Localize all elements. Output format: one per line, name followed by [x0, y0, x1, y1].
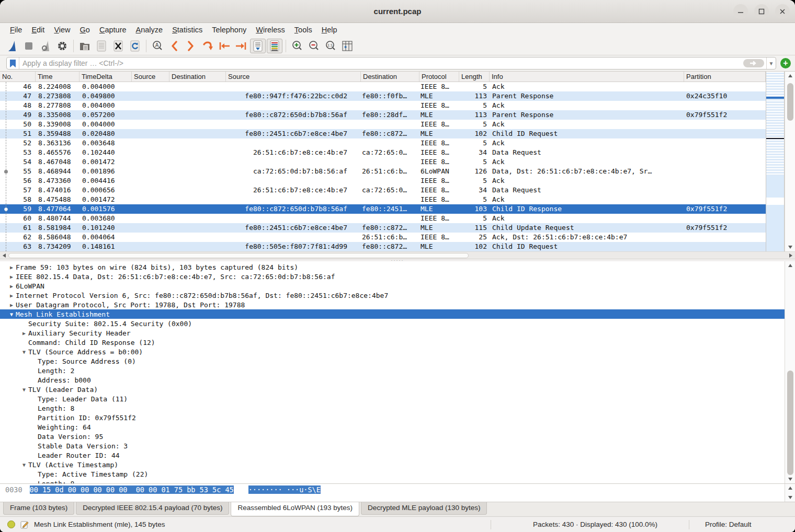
menu-tools[interactable]: Tools [290, 25, 317, 35]
minimize-button[interactable] [733, 4, 748, 19]
go-forward-icon[interactable] [183, 39, 199, 53]
expander-open-icon[interactable]: ▼ [20, 462, 28, 468]
restart-capture-icon[interactable] [38, 39, 53, 53]
status-profile[interactable]: Profile: Default [689, 521, 789, 528]
tree-row[interactable]: ▼TLV (Active Timestamp) [0, 460, 785, 469]
packet-row-48[interactable]: 488.2778080.004000IEEE 8…5Ack [0, 101, 766, 110]
expander-closed-icon[interactable]: ▶ [7, 264, 16, 270]
menu-analyze[interactable]: Analyze [131, 25, 168, 35]
bytes-tab-frame-103-bytes-[interactable]: Frame (103 bytes) [3, 502, 74, 515]
go-first-icon[interactable] [217, 39, 232, 53]
packet-list-vscrollbar[interactable] [785, 72, 795, 251]
column-header-time[interactable]: Time [36, 72, 80, 82]
bytes-tab-decrypted-ieee-802-15-4-payload-70-bytes-[interactable]: Decrypted IEEE 802.15.4 payload (70 byte… [76, 502, 229, 515]
menu-view[interactable]: View [49, 25, 75, 35]
column-header-source[interactable]: Source [226, 72, 361, 82]
zoom-100-icon[interactable]: 1:1 [323, 39, 338, 53]
expander-open-icon[interactable]: ▼ [20, 349, 28, 355]
expander-closed-icon[interactable]: ▶ [7, 274, 16, 280]
go-last-icon[interactable] [233, 39, 249, 53]
tree-row[interactable]: ▶Auxiliary Security Header [0, 328, 785, 338]
packet-row-49[interactable]: 498.3350080.057200fe80::c872:650d:b7b8:5… [0, 110, 766, 120]
colorize-icon[interactable] [267, 39, 282, 53]
hex-bytes-selected[interactable]: 00 15 0d 00 00 00 00 00 00 00 01 75 bb 5… [30, 485, 234, 494]
go-to-packet-icon[interactable] [200, 39, 215, 53]
zoom-out-icon[interactable] [306, 39, 322, 53]
packet-row-59[interactable]: 598.4770640.001576fe80::c872:650d:b7b8:5… [0, 204, 766, 214]
add-filter-button[interactable]: + [780, 58, 791, 68]
hex-vscrollbar[interactable] [785, 484, 795, 502]
packet-row-56[interactable]: 568.4733600.004416IEEE 8…5Ack [0, 176, 766, 186]
bytes-tab-decrypted-mle-payload-130-bytes-[interactable]: Decrypted MLE payload (130 bytes) [361, 502, 487, 515]
tree-row[interactable]: ▼Mesh Link Establishment [0, 309, 785, 319]
tree-row[interactable]: Security Suite: 802.15.4 Security (0x00) [0, 319, 785, 328]
open-file-icon[interactable] [77, 39, 93, 53]
expander-closed-icon[interactable]: ▶ [7, 302, 16, 308]
reload-file-icon[interactable] [127, 39, 143, 53]
scroll-right-icon[interactable] [787, 251, 795, 260]
scroll-up-icon[interactable] [785, 72, 795, 80]
close-button[interactable] [775, 4, 790, 19]
tree-row[interactable]: ▶6LoWPAN [0, 281, 785, 291]
filter-dropdown-caret[interactable]: ▼ [766, 57, 776, 69]
bytes-tab-reassembled-6lowpan-193-bytes-[interactable]: Reassembled 6LoWPAN (193 bytes) [231, 502, 359, 516]
tree-row[interactable]: ▶Frame 59: 103 bytes on wire (824 bits),… [0, 262, 785, 272]
menu-go[interactable]: Go [75, 25, 95, 35]
capture-options-icon[interactable] [54, 39, 70, 53]
packet-row-53[interactable]: 538.4655760.10244026:51:c6:b7:e8:ce:4b:e… [0, 148, 766, 157]
expert-info-icon[interactable] [7, 521, 15, 528]
packet-row-50[interactable]: 508.3390080.004000IEEE 8…5Ack [0, 120, 766, 129]
zoom-in-icon[interactable] [289, 39, 305, 53]
menu-statistics[interactable]: Statistics [167, 25, 207, 35]
tree-row[interactable]: ▼TLV (Source Address = b0:00) [0, 347, 785, 356]
tree-row[interactable]: Length: 2 [0, 366, 785, 375]
column-header-source[interactable]: Source [132, 72, 169, 82]
packet-row-54[interactable]: 548.4670480.001472IEEE 8…5Ack [0, 157, 766, 167]
expander-open-icon[interactable]: ▼ [20, 387, 28, 392]
expander-open-icon[interactable]: ▼ [7, 311, 16, 317]
tree-row[interactable]: ▶IEEE 802.15.4 Data, Dst: 26:51:c6:b7:e8… [0, 272, 785, 281]
detail-vscrollbar[interactable] [785, 261, 795, 483]
menu-wireless[interactable]: Wireless [251, 25, 290, 35]
expander-closed-icon[interactable]: ▶ [20, 330, 28, 336]
start-capture-icon[interactable] [4, 39, 20, 53]
packet-row-55[interactable]: 558.4689440.001896ca:72:65:0d:b7:b8:56:a… [0, 167, 766, 176]
menu-help[interactable]: Help [317, 25, 342, 35]
go-back-icon[interactable] [166, 39, 182, 53]
close-file-icon[interactable] [110, 39, 126, 53]
column-header-destination[interactable]: Destination [361, 72, 419, 82]
tree-row[interactable]: ▼TLV (Leader Data) [0, 385, 785, 394]
packet-row-57[interactable]: 578.4740160.00065626:51:c6:b7:e8:ce:4b:e… [0, 186, 766, 195]
tree-row[interactable]: Type: Source Address (0) [0, 356, 785, 366]
tree-row[interactable]: Leader Router ID: 44 [0, 450, 785, 460]
scrollbar-thumb[interactable] [787, 83, 793, 121]
menu-edit[interactable]: Edit [27, 25, 49, 35]
scroll-up-icon[interactable] [785, 484, 795, 492]
tree-row[interactable]: Command: Child ID Response (12) [0, 338, 785, 347]
tree-row[interactable]: Type: Leader Data (11) [0, 394, 785, 403]
packet-row-58[interactable]: 588.4754880.001472IEEE 8…5Ack [0, 195, 766, 204]
menu-telephony[interactable]: Telephony [207, 25, 251, 35]
find-packet-icon[interactable]: A [150, 39, 165, 53]
packet-bytes-pane[interactable]: 0030 00 15 0d 00 00 00 00 00 00 00 01 75… [0, 484, 795, 502]
scroll-up-icon[interactable] [785, 261, 795, 270]
tree-row[interactable]: Length: 8 [0, 403, 785, 413]
scroll-left-icon[interactable] [0, 251, 8, 260]
tree-row[interactable]: Length: 8 [0, 479, 785, 483]
scroll-down-icon[interactable] [785, 475, 795, 483]
tree-row[interactable]: Data Version: 95 [0, 432, 785, 441]
tree-row[interactable]: Partition ID: 0x79f551f2 [0, 413, 785, 422]
scrollbar-thumb[interactable] [787, 371, 793, 475]
menu-file[interactable]: File [5, 25, 27, 35]
packet-list-hscrollbar[interactable] [0, 251, 795, 259]
scrollbar-thumb[interactable] [8, 253, 469, 258]
packet-row-60[interactable]: 608.4807440.003680IEEE 8…5Ack [0, 214, 766, 223]
auto-scroll-icon[interactable] [250, 39, 266, 53]
packet-row-62[interactable]: 628.5860480.00406426:51:c6:b…IEEE 8…25Ac… [0, 233, 766, 242]
packet-row-51[interactable]: 518.3594880.020480fe80::2451:c6b7:e8ce:4… [0, 129, 766, 138]
packet-row-52[interactable]: 528.3631360.003648IEEE 8…5Ack [0, 138, 766, 148]
tree-row[interactable]: ▶Internet Protocol Version 6, Src: fe80:… [0, 291, 785, 300]
scroll-down-icon[interactable] [785, 243, 795, 251]
tree-row[interactable]: Type: Active Timestamp (22) [0, 469, 785, 479]
column-header-timedelta[interactable]: TimeDelta [80, 72, 132, 82]
